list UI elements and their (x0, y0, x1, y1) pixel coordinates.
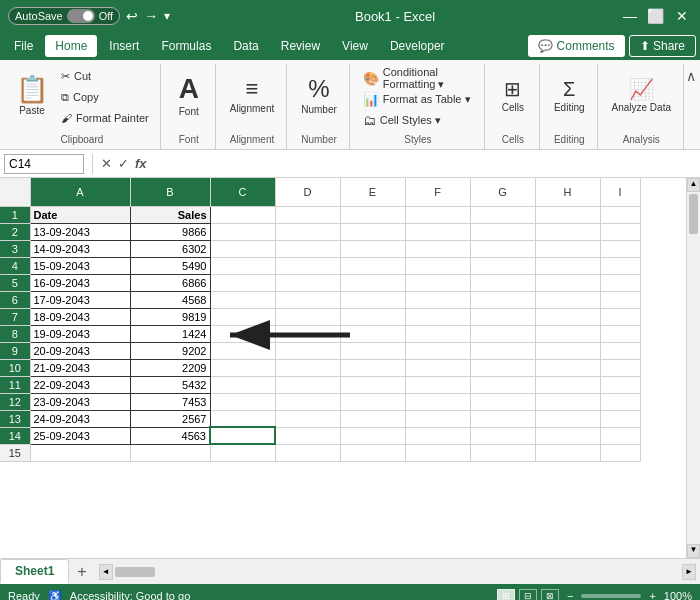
cell-I2[interactable] (600, 223, 640, 240)
cell-G13[interactable] (470, 410, 535, 427)
cell-A12[interactable]: 23-09-2043 (30, 393, 130, 410)
cell-I14[interactable] (600, 427, 640, 444)
cell-D7[interactable] (275, 308, 340, 325)
cell-B10[interactable]: 2209 (130, 359, 210, 376)
menu-file[interactable]: File (4, 35, 43, 57)
cell-H8[interactable] (535, 325, 600, 342)
autosave-badge[interactable]: AutoSave Off (8, 7, 120, 25)
cell-B3[interactable]: 6302 (130, 240, 210, 257)
menu-developer[interactable]: Developer (380, 35, 455, 57)
cell-F2[interactable] (405, 223, 470, 240)
cell-E4[interactable] (340, 257, 405, 274)
cell-D11[interactable] (275, 376, 340, 393)
cell-F13[interactable] (405, 410, 470, 427)
cell-B1[interactable]: Sales (130, 206, 210, 223)
cell-I1[interactable] (600, 206, 640, 223)
cell-A1[interactable]: Date (30, 206, 130, 223)
cell-B11[interactable]: 5432 (130, 376, 210, 393)
cell-G6[interactable] (470, 291, 535, 308)
cell-G9[interactable] (470, 342, 535, 359)
function-icon[interactable]: fx (135, 156, 147, 171)
col-header-D[interactable]: D (275, 178, 340, 206)
col-header-A[interactable]: A (30, 178, 130, 206)
cell-C7[interactable] (210, 308, 275, 325)
cell-H10[interactable] (535, 359, 600, 376)
cell-G15[interactable] (470, 444, 535, 461)
cell-A14[interactable]: 25-09-2043 (30, 427, 130, 444)
cell-H14[interactable] (535, 427, 600, 444)
scroll-down-button[interactable]: ▼ (687, 544, 700, 558)
row-number[interactable]: 7 (0, 308, 30, 325)
cell-B13[interactable]: 2567 (130, 410, 210, 427)
col-header-C[interactable]: C (210, 178, 275, 206)
cell-I5[interactable] (600, 274, 640, 291)
cell-G10[interactable] (470, 359, 535, 376)
cell-G2[interactable] (470, 223, 535, 240)
cell-I13[interactable] (600, 410, 640, 427)
cell-F9[interactable] (405, 342, 470, 359)
row-number[interactable]: 2 (0, 223, 30, 240)
cut-button[interactable]: ✂Cut (56, 66, 154, 86)
scroll-thumb-h[interactable] (115, 567, 155, 577)
cell-H12[interactable] (535, 393, 600, 410)
cell-B14[interactable]: 4563 (130, 427, 210, 444)
col-header-I[interactable]: I (600, 178, 640, 206)
cell-C6[interactable] (210, 291, 275, 308)
cell-C15[interactable] (210, 444, 275, 461)
cell-G8[interactable] (470, 325, 535, 342)
cell-A2[interactable]: 13-09-2043 (30, 223, 130, 240)
alignment-button[interactable]: ≡ Alignment (224, 64, 280, 128)
cell-H1[interactable] (535, 206, 600, 223)
redo-icon[interactable]: → (144, 8, 158, 24)
row-number[interactable]: 4 (0, 257, 30, 274)
cell-D6[interactable] (275, 291, 340, 308)
cell-H13[interactable] (535, 410, 600, 427)
cell-D5[interactable] (275, 274, 340, 291)
row-number[interactable]: 6 (0, 291, 30, 308)
cell-I7[interactable] (600, 308, 640, 325)
cell-A9[interactable]: 20-09-2043 (30, 342, 130, 359)
row-number[interactable]: 10 (0, 359, 30, 376)
cell-C13[interactable] (210, 410, 275, 427)
restore-button[interactable]: ⬜ (646, 6, 666, 26)
cell-B9[interactable]: 9202 (130, 342, 210, 359)
cell-F15[interactable] (405, 444, 470, 461)
cell-D3[interactable] (275, 240, 340, 257)
cell-I15[interactable] (600, 444, 640, 461)
horizontal-scrollbar[interactable]: ◄ ► (99, 564, 696, 580)
cell-D14[interactable] (275, 427, 340, 444)
col-header-H[interactable]: H (535, 178, 600, 206)
cell-B6[interactable]: 4568 (130, 291, 210, 308)
zoom-plus-button[interactable]: + (649, 590, 655, 600)
copy-button[interactable]: ⧉Copy (56, 87, 154, 107)
cell-A11[interactable]: 22-09-2043 (30, 376, 130, 393)
page-break-button[interactable]: ⊠ (541, 589, 559, 600)
cell-E15[interactable] (340, 444, 405, 461)
cell-H15[interactable] (535, 444, 600, 461)
formula-input[interactable] (151, 157, 696, 171)
cell-E7[interactable] (340, 308, 405, 325)
cell-H5[interactable] (535, 274, 600, 291)
cell-F11[interactable] (405, 376, 470, 393)
row-number[interactable]: 14 (0, 427, 30, 444)
col-header-F[interactable]: F (405, 178, 470, 206)
cell-G11[interactable] (470, 376, 535, 393)
font-button[interactable]: A Font (169, 64, 209, 128)
autosave-toggle[interactable] (67, 9, 95, 23)
undo-icon[interactable]: ↩ (126, 8, 138, 24)
cell-F4[interactable] (405, 257, 470, 274)
analyze-data-button[interactable]: 📈 Analyze Data (606, 64, 677, 128)
cell-A6[interactable]: 17-09-2043 (30, 291, 130, 308)
cell-I3[interactable] (600, 240, 640, 257)
cell-H9[interactable] (535, 342, 600, 359)
cell-B2[interactable]: 9866 (130, 223, 210, 240)
cell-C8[interactable] (210, 325, 275, 342)
cell-D2[interactable] (275, 223, 340, 240)
cell-C10[interactable] (210, 359, 275, 376)
cell-F5[interactable] (405, 274, 470, 291)
cell-A8[interactable]: 19-09-2043 (30, 325, 130, 342)
cell-G1[interactable] (470, 206, 535, 223)
cell-D9[interactable] (275, 342, 340, 359)
cell-D13[interactable] (275, 410, 340, 427)
cell-C2[interactable] (210, 223, 275, 240)
